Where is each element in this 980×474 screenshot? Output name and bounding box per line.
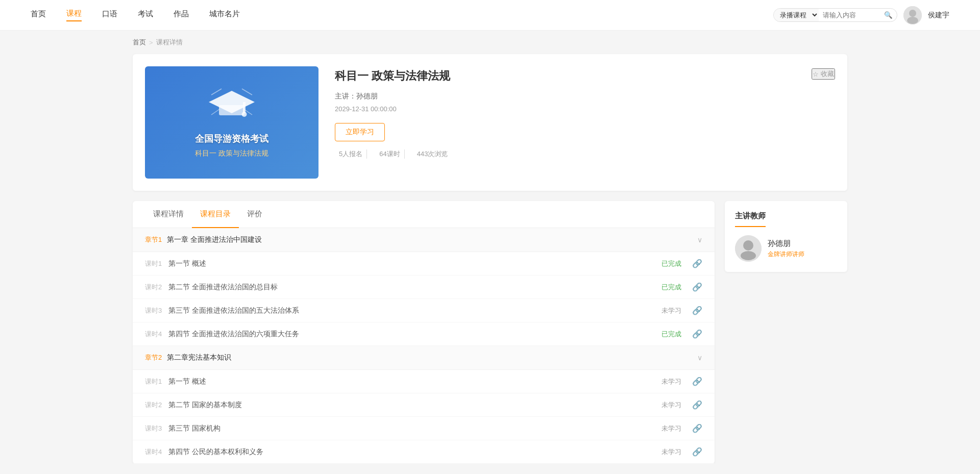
chapter-num: 章节2 xyxy=(145,353,162,362)
tab-评价[interactable]: 评价 xyxy=(239,201,271,228)
teacher-info: 孙德朋 金牌讲师讲师 xyxy=(735,235,837,262)
nav-item-city[interactable]: 城市名片 xyxy=(209,9,240,21)
search-input[interactable] xyxy=(819,9,880,21)
lesson-num: 课时4 xyxy=(145,330,163,339)
graduation-cap-icon xyxy=(206,87,257,122)
course-teacher: 主讲：孙德朋 xyxy=(335,92,835,101)
svg-point-11 xyxy=(741,251,756,260)
breadcrumb: 首页 > 课程详情 xyxy=(0,31,980,54)
nav-item-works[interactable]: 作品 xyxy=(174,9,189,21)
lesson-link-icon[interactable]: 🔗 xyxy=(692,259,702,268)
lesson-status: 未学习 xyxy=(658,447,684,457)
lesson-status: 未学习 xyxy=(658,377,684,386)
lesson-status: 已完成 xyxy=(658,259,684,268)
breadcrumb-home[interactable]: 首页 xyxy=(133,38,146,47)
thumb-decoration: 全国导游资格考试 科目一 政策与法律法规 xyxy=(195,87,268,158)
teacher-badge: 金牌讲师讲师 xyxy=(768,250,804,259)
svg-line-7 xyxy=(211,89,222,95)
svg-line-8 xyxy=(242,89,252,95)
lesson-title[interactable]: 第二节 国家的基本制度 xyxy=(168,401,658,410)
nav-item-home[interactable]: 首页 xyxy=(31,9,46,21)
lesson-row: 课时4 第四节 公民的基本权利和义务 未学习 🔗 xyxy=(133,440,715,464)
lesson-title[interactable]: 第四节 公民的基本权利和义务 xyxy=(168,447,658,457)
content-left: 课程详情课程目录评价 章节1 第一章 全面推进法治中国建设 ∨ 课时1 第一节 … xyxy=(133,201,715,464)
course-title: 科目一 政策与法律法规 xyxy=(335,68,450,84)
lesson-title[interactable]: 第一节 概述 xyxy=(168,259,658,268)
lesson-title[interactable]: 第二节 全面推进依法治国的总目标 xyxy=(168,283,658,292)
avatar xyxy=(903,6,922,24)
username[interactable]: 侯建宇 xyxy=(928,11,949,20)
lesson-num: 课时4 xyxy=(145,447,163,457)
sidebar-card: 主讲教师 孙德朋 金牌讲师讲师 xyxy=(725,201,847,272)
lesson-link-icon[interactable]: 🔗 xyxy=(692,423,702,433)
lesson-num: 课时2 xyxy=(145,283,163,292)
chapter-toggle-icon[interactable]: ∨ xyxy=(697,236,702,244)
course-card-area: 全国导游资格考试 科目一 政策与法律法规 科目一 政策与法律法规 ☆ 收藏 主讲… xyxy=(0,54,980,201)
search-box: 录播课程 🔍 xyxy=(773,8,897,22)
chapter-title: 第二章宪法基本知识 xyxy=(167,353,697,362)
main-content: 课程详情课程目录评价 章节1 第一章 全面推进法治中国建设 ∨ 课时1 第一节 … xyxy=(0,201,980,464)
search-button[interactable]: 🔍 xyxy=(880,9,897,21)
chapter-header-1[interactable]: 章节1 第一章 全面推进法治中国建设 ∨ xyxy=(133,228,715,252)
svg-point-2 xyxy=(907,17,918,24)
lesson-num: 课时2 xyxy=(145,401,163,410)
teacher-name: 孙德朋 xyxy=(768,239,804,248)
nav-item-exam[interactable]: 考试 xyxy=(138,9,153,21)
stat-views: 443次浏览 xyxy=(413,149,452,159)
stat-registrations: 5人报名 xyxy=(335,149,367,159)
course-card: 全国导游资格考试 科目一 政策与法律法规 科目一 政策与法律法规 ☆ 收藏 主讲… xyxy=(133,54,847,191)
lesson-title[interactable]: 第三节 全面推进依法治国的五大法治体系 xyxy=(168,306,658,315)
lesson-link-icon[interactable]: 🔗 xyxy=(692,447,702,457)
lesson-link-icon[interactable]: 🔗 xyxy=(692,377,702,386)
collect-label: 收藏 xyxy=(821,69,834,79)
header-right: 录播课程 🔍 侯建宇 xyxy=(773,6,949,24)
course-stats: 5人报名 64课时 443次浏览 xyxy=(335,149,835,159)
nav-item-oral[interactable]: 口语 xyxy=(102,9,117,21)
course-thumbnail: 全国导游资格考试 科目一 政策与法律法规 xyxy=(145,66,318,179)
chapter-num: 章节1 xyxy=(145,235,162,244)
main-nav: 首页课程口语考试作品城市名片 xyxy=(31,9,240,21)
lesson-num: 课时3 xyxy=(145,306,163,315)
lesson-title[interactable]: 第四节 全面推进依法治国的六项重大任务 xyxy=(168,330,658,339)
lesson-status: 已完成 xyxy=(658,330,684,339)
lesson-title[interactable]: 第三节 国家机构 xyxy=(168,424,658,433)
lesson-num: 课时1 xyxy=(145,259,163,268)
lesson-status: 未学习 xyxy=(658,306,684,315)
course-date: 2029-12-31 00:00:00 xyxy=(335,105,835,113)
lesson-title[interactable]: 第一节 概述 xyxy=(168,377,658,386)
svg-point-1 xyxy=(909,10,916,17)
thumbnail-subtitle: 科目一 政策与法律法规 xyxy=(195,149,268,158)
breadcrumb-current: 课程详情 xyxy=(156,38,183,47)
breadcrumb-sep: > xyxy=(149,39,153,46)
nav-item-course[interactable]: 课程 xyxy=(66,9,82,21)
lesson-link-icon[interactable]: 🔗 xyxy=(692,329,702,339)
svg-point-10 xyxy=(743,240,753,251)
star-icon: ☆ xyxy=(813,70,819,78)
header: 首页课程口语考试作品城市名片 录播课程 🔍 侯建宇 xyxy=(0,0,980,31)
tabs: 课程详情课程目录评价 xyxy=(133,201,715,228)
lesson-link-icon[interactable]: 🔗 xyxy=(692,282,702,292)
lesson-row: 课时1 第一节 概述 已完成 🔗 xyxy=(133,252,715,276)
search-type-select[interactable]: 录播课程 xyxy=(774,9,819,21)
course-info: 科目一 政策与法律法规 ☆ 收藏 主讲：孙德朋 2029-12-31 00:00… xyxy=(335,66,835,159)
chapter-list: 章节1 第一章 全面推进法治中国建设 ∨ 课时1 第一节 概述 已完成 🔗 课时… xyxy=(133,228,715,464)
chapter-title: 第一章 全面推进法治中国建设 xyxy=(167,235,697,244)
collect-button[interactable]: ☆ 收藏 xyxy=(812,68,835,80)
lesson-row: 课时3 第三节 全面推进依法治国的五大法治体系 未学习 🔗 xyxy=(133,299,715,322)
chapter-header-2[interactable]: 章节2 第二章宪法基本知识 ∨ xyxy=(133,346,715,370)
lesson-link-icon[interactable]: 🔗 xyxy=(692,306,702,315)
lesson-status: 未学习 xyxy=(658,424,684,433)
stat-hours: 64课时 xyxy=(375,149,404,159)
teacher-details: 孙德朋 金牌讲师讲师 xyxy=(768,239,804,259)
study-button[interactable]: 立即学习 xyxy=(335,123,385,141)
lesson-num: 课时3 xyxy=(145,424,163,433)
lesson-row: 课时2 第二节 全面推进依法治国的总目标 已完成 🔗 xyxy=(133,276,715,299)
sidebar: 主讲教师 孙德朋 金牌讲师讲师 xyxy=(725,201,847,464)
teacher-avatar xyxy=(735,235,762,262)
lesson-status: 已完成 xyxy=(658,283,684,292)
thumbnail-title: 全国导游资格考试 xyxy=(195,133,268,145)
tab-课程目录[interactable]: 课程目录 xyxy=(192,201,239,228)
chapter-toggle-icon[interactable]: ∨ xyxy=(697,354,702,362)
lesson-link-icon[interactable]: 🔗 xyxy=(692,400,702,410)
tab-课程详情[interactable]: 课程详情 xyxy=(145,201,192,228)
